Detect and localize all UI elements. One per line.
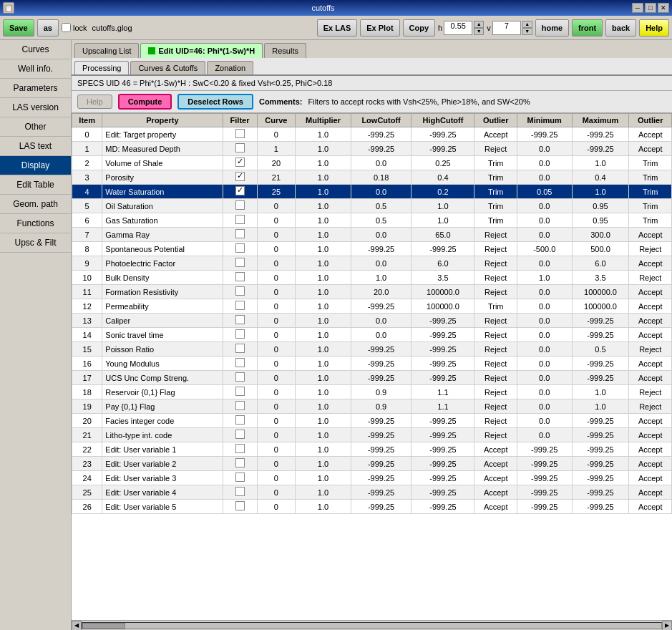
cell-filter[interactable]: [223, 385, 257, 399]
tab-edit-uid[interactable]: Edit UID=46: Phi*(1-Sw)*H: [140, 43, 263, 58]
table-row[interactable]: 24Edit: User variable 301.0-999.25-999.2…: [72, 471, 672, 485]
table-row[interactable]: 22Edit: User variable 101.0-999.25-999.2…: [72, 442, 672, 457]
filter-checkbox[interactable]: [235, 172, 245, 181]
table-row[interactable]: 5Oil Saturation01.00.51.0Trim0.00.95Trim: [72, 199, 672, 213]
filter-checkbox[interactable]: [235, 143, 245, 152]
minimize-button[interactable]: ─: [632, 3, 643, 13]
subtab-zonation[interactable]: Zonation: [207, 61, 253, 74]
cell-filter[interactable]: [223, 500, 257, 514]
table-row[interactable]: 10Bulk Density01.01.03.5Reject1.03.5Reje…: [72, 271, 672, 285]
cell-filter[interactable]: [223, 371, 257, 385]
cell-filter[interactable]: [223, 242, 257, 256]
sidebar-item-geompath[interactable]: Geom. path: [0, 195, 71, 214]
table-row[interactable]: 26Edit: User variable 501.0-999.25-999.2…: [72, 500, 672, 514]
scroll-left-button[interactable]: ◀: [72, 621, 82, 631]
as-button[interactable]: as: [37, 19, 59, 37]
table-row[interactable]: 7Gamma Ray01.00.065.0Reject0.0300.0Accep…: [72, 228, 672, 242]
filter-checkbox[interactable]: [235, 301, 245, 310]
cell-filter[interactable]: [223, 213, 257, 228]
sidebar-item-edittable[interactable]: Edit Table: [0, 175, 71, 195]
maximize-button[interactable]: □: [645, 3, 656, 13]
v-up-button[interactable]: ▲: [522, 21, 532, 28]
subtab-processing[interactable]: Processing: [74, 61, 129, 74]
tab-upscaling-list[interactable]: Upscaling List: [74, 43, 139, 58]
cell-filter[interactable]: [223, 428, 257, 442]
filter-checkbox[interactable]: [235, 215, 245, 224]
filter-checkbox[interactable]: [235, 401, 245, 410]
filter-checkbox[interactable]: [235, 430, 245, 439]
scroll-thumb[interactable]: [82, 623, 125, 629]
table-row[interactable]: 9Photoelectric Factor01.00.06.0Reject0.0…: [72, 256, 672, 271]
table-row[interactable]: 12Permeability01.0-999.25100000.0Trim0.0…: [72, 299, 672, 314]
filter-checkbox[interactable]: [235, 229, 245, 238]
deselect-rows-button[interactable]: Deselect Rows: [177, 94, 253, 110]
cell-filter[interactable]: [223, 471, 257, 485]
sidebar-item-display[interactable]: Display: [0, 156, 71, 175]
cell-filter[interactable]: [223, 299, 257, 314]
v-down-button[interactable]: ▼: [522, 28, 532, 35]
table-row[interactable]: 1MD: Measured Depth11.0-999.25-999.25Rej…: [72, 142, 672, 156]
filter-checkbox[interactable]: [235, 501, 245, 510]
home-button[interactable]: home: [535, 19, 569, 37]
sidebar-item-lastext[interactable]: LAS text: [0, 137, 71, 156]
sidebar-item-lasversion[interactable]: LAS version: [0, 98, 71, 117]
compute-button[interactable]: Compute: [118, 94, 172, 110]
filter-checkbox[interactable]: [235, 258, 245, 267]
filter-checkbox[interactable]: [235, 358, 245, 367]
table-row[interactable]: 16Young Modulus01.0-999.25-999.25Reject0…: [72, 357, 672, 371]
exlas-button[interactable]: Ex LAS: [317, 19, 358, 37]
table-row[interactable]: 4Water Saturation251.00.00.2Trim0.051.0T…: [72, 185, 672, 199]
cell-filter[interactable]: [223, 285, 257, 299]
table-row[interactable]: 11Formation Resistivity01.020.0100000.0R…: [72, 285, 672, 299]
explot-button[interactable]: Ex Plot: [360, 19, 399, 37]
horizontal-scrollbar[interactable]: ◀ ▶: [72, 620, 672, 630]
sidebar-item-other[interactable]: Other: [0, 117, 71, 137]
filter-checkbox[interactable]: [235, 243, 245, 253]
help-button[interactable]: Help: [639, 19, 669, 37]
sidebar-item-wellinfo[interactable]: Well info.: [0, 59, 71, 79]
cell-filter[interactable]: [223, 228, 257, 242]
filter-checkbox[interactable]: [235, 472, 245, 482]
table-row[interactable]: 15Poisson Ratio01.0-999.25-999.25Reject0…: [72, 342, 672, 357]
h-up-button[interactable]: ▲: [474, 21, 484, 28]
sidebar-item-upscfilt[interactable]: Upsc & Filt: [0, 233, 71, 253]
filter-checkbox[interactable]: [235, 487, 245, 496]
tab-results[interactable]: Results: [264, 43, 306, 58]
table-row[interactable]: 23Edit: User variable 201.0-999.25-999.2…: [72, 457, 672, 471]
cell-filter[interactable]: [223, 127, 257, 142]
front-button[interactable]: front: [572, 19, 603, 37]
cell-filter[interactable]: [223, 328, 257, 342]
copy-button[interactable]: Copy: [403, 19, 436, 37]
filter-checkbox[interactable]: [235, 286, 245, 296]
cell-filter[interactable]: [223, 271, 257, 285]
scroll-right-button[interactable]: ▶: [662, 621, 672, 631]
filter-checkbox[interactable]: [235, 372, 245, 382]
filter-checkbox[interactable]: [235, 458, 245, 467]
table-row[interactable]: 6Gas Saturation01.00.51.0Trim0.00.95Trim: [72, 213, 672, 228]
cell-filter[interactable]: [223, 414, 257, 428]
cell-filter[interactable]: [223, 485, 257, 500]
cell-filter[interactable]: [223, 357, 257, 371]
table-row[interactable]: 21Litho-type int. code01.0-999.25-999.25…: [72, 428, 672, 442]
filter-checkbox[interactable]: [235, 315, 245, 324]
table-row[interactable]: 3Porosity211.00.180.4Trim0.00.4Trim: [72, 170, 672, 185]
h-down-button[interactable]: ▼: [474, 28, 484, 35]
cell-filter[interactable]: [223, 314, 257, 328]
save-button[interactable]: Save: [3, 19, 34, 37]
cell-filter[interactable]: [223, 442, 257, 457]
cell-filter[interactable]: [223, 142, 257, 156]
action-help-button[interactable]: Help: [77, 94, 112, 109]
sidebar-item-parameters[interactable]: Parameters: [0, 79, 71, 98]
cell-filter[interactable]: [223, 256, 257, 271]
filter-checkbox[interactable]: [235, 444, 245, 453]
filter-checkbox[interactable]: [235, 387, 245, 396]
filter-checkbox[interactable]: [235, 186, 245, 195]
h-spinner[interactable]: 0.55: [444, 21, 472, 35]
table-row[interactable]: 20Facies integer code01.0-999.25-999.25R…: [72, 414, 672, 428]
table-row[interactable]: 13Caliper01.00.0-999.25Reject0.0-999.25A…: [72, 314, 672, 328]
cell-filter[interactable]: [223, 185, 257, 199]
close-button[interactable]: ✕: [658, 3, 669, 13]
table-row[interactable]: 17UCS Unc Comp Streng.01.0-999.25-999.25…: [72, 371, 672, 385]
table-row[interactable]: 8Spontaneous Potential01.0-999.25-999.25…: [72, 242, 672, 256]
table-row[interactable]: 2Volume of Shale201.00.00.25Trim0.01.0Tr…: [72, 156, 672, 170]
